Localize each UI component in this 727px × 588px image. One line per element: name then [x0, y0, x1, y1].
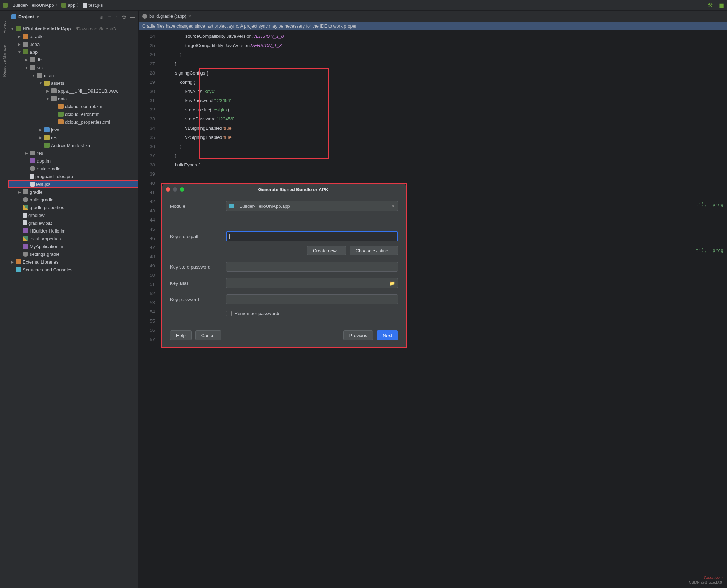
project-icon — [11, 14, 16, 19]
close-window-icon[interactable] — [166, 187, 170, 192]
module-icon — [23, 49, 28, 54]
remember-label: Remember passwords — [234, 311, 280, 316]
project-title[interactable]: Project ▼ — [11, 14, 99, 19]
scratches-icon — [16, 267, 21, 272]
tree-item-apps-www[interactable]: apps.__UNI__D912C1B.www — [8, 87, 138, 95]
folder-icon — [30, 65, 35, 70]
previous-button[interactable]: Previous — [343, 330, 373, 340]
tree-item-test-jks[interactable]: test.jks — [8, 180, 138, 188]
expand-icon[interactable]: ≡ — [108, 14, 111, 20]
watermark: Yuncn.com — [703, 575, 723, 580]
keystore-pw-label: Key store password — [170, 264, 226, 270]
breadcrumb-file[interactable]: test.jks — [83, 2, 103, 8]
key-pw-input[interactable] — [226, 294, 398, 304]
cancel-button[interactable]: Cancel — [195, 330, 221, 340]
tree-item-hbuilder-iml[interactable]: HBuilder-Hello.iml — [8, 227, 138, 235]
tree-item-app[interactable]: app — [8, 48, 138, 56]
key-alias-input[interactable]: 📁 — [226, 278, 398, 288]
library-icon — [16, 259, 21, 264]
tree-item-gradle-dir[interactable]: .gradle — [8, 33, 138, 40]
tree-item-dcloud-error[interactable]: dcloud_error.html — [8, 110, 138, 118]
tree-item-gradlew[interactable]: gradlew — [8, 211, 138, 219]
tree-item-app-iml[interactable]: app.iml — [8, 157, 138, 165]
module-combo[interactable]: HBuilder-HelloUniApp.app ▼ — [226, 201, 398, 211]
sync-banner: Gradle files have changed since last pro… — [139, 22, 727, 30]
tree-item-proguard[interactable]: proguard-rules.pro — [8, 172, 138, 180]
help-button[interactable]: Help — [170, 330, 192, 340]
tree-ext-libs[interactable]: External Libraries — [8, 258, 138, 266]
tree-item-main[interactable]: main — [8, 71, 138, 79]
close-icon[interactable]: × — [188, 13, 191, 19]
tree-item-build-gradle[interactable]: build.gradle — [8, 165, 138, 172]
tab-build-gradle[interactable]: build.gradle (:app) × — [139, 11, 195, 22]
tree-item-settings-gradle[interactable]: settings.gradle — [8, 250, 138, 258]
file-icon — [30, 182, 35, 187]
top-toolbar: HBuilder-HelloUniApp 〉 app 〉 test.jks ⚒ … — [0, 0, 727, 11]
tree-item-gradle2[interactable]: gradle — [8, 188, 138, 196]
header-tools: ⊕ ≡ ÷ ✿ — — [99, 14, 135, 20]
breadcrumb-sep: 〉 — [77, 2, 81, 8]
remember-checkbox[interactable] — [226, 311, 232, 316]
xml-icon — [44, 143, 50, 148]
gradle-icon — [23, 197, 28, 202]
choose-existing-button[interactable]: Choose existing... — [350, 246, 398, 255]
dialog-body: Module HBuilder-HelloUniApp.app ▼ Key st… — [162, 195, 406, 347]
xml-icon — [58, 104, 64, 109]
minimize-window-icon[interactable] — [173, 187, 177, 192]
iml-icon — [23, 228, 28, 233]
tree-item-manifest[interactable]: AndroidManifest.xml — [8, 141, 138, 149]
hide-icon[interactable]: — — [130, 14, 135, 20]
iml-icon — [30, 158, 35, 163]
tree-item-res2[interactable]: res — [8, 149, 138, 157]
keystore-path-input[interactable] — [226, 231, 398, 241]
gradle-icon — [142, 14, 147, 19]
tree-item-idea[interactable]: .idea — [8, 40, 138, 48]
gear-icon[interactable]: ✿ — [122, 14, 126, 20]
tree-item-dcloud-control[interactable]: dcloud_control.xml — [8, 102, 138, 110]
android-icon[interactable]: ▣ — [719, 2, 724, 8]
html-icon — [58, 112, 64, 117]
target-icon[interactable]: ⊕ — [99, 14, 104, 20]
tree-item-gradlew-bat[interactable]: gradlew.bat — [8, 219, 138, 227]
tree-root[interactable]: HBuilder-HelloUniApp~/Downloads/latest/3 — [8, 25, 138, 33]
left-rail: Project Resource Manager — [0, 11, 8, 588]
tree-item-dcloud-props[interactable]: dcloud_properties.xml — [8, 118, 138, 126]
breadcrumb-mid[interactable]: app — [61, 2, 75, 8]
tree-item-assets[interactable]: assets — [8, 79, 138, 87]
tree-scratches[interactable]: Scratches and Consoles — [8, 266, 138, 274]
dialog-title: Generate Signed Bundle or APK — [184, 187, 402, 192]
module-icon — [229, 204, 234, 208]
code-overflow: t'), 'prog — [696, 246, 723, 255]
create-new-button[interactable]: Create new... — [307, 246, 346, 255]
tree-item-build-gradle2[interactable]: build.gradle — [8, 196, 138, 204]
folder-icon — [23, 189, 28, 194]
tree-item-gradle-props[interactable]: gradle.properties — [8, 204, 138, 211]
folder-icon[interactable]: 📁 — [389, 281, 395, 286]
tree-item-libs[interactable]: libs — [8, 56, 138, 64]
xml-icon — [58, 119, 64, 124]
key-alias-label: Key alias — [170, 281, 226, 286]
tree-item-java[interactable]: java — [8, 126, 138, 134]
tab-bar: build.gradle (:app) × — [139, 11, 727, 22]
tree-item-res[interactable]: res — [8, 134, 138, 141]
folder-icon — [44, 135, 50, 140]
tree-item-src[interactable]: src — [8, 64, 138, 71]
file-icon — [83, 3, 87, 8]
rail-project[interactable]: Project — [2, 21, 6, 33]
gradle-icon — [23, 252, 28, 257]
next-button[interactable]: Next — [377, 330, 398, 340]
rail-resource-manager[interactable]: Resource Manager — [2, 44, 6, 77]
tree-item-myapp-iml[interactable]: MyApplication.iml — [8, 242, 138, 250]
properties-icon — [23, 205, 28, 210]
build-icon[interactable]: ⚒ — [708, 2, 713, 8]
tree-item-local-props[interactable]: local.properties — [8, 235, 138, 242]
dialog-footer: Help Cancel Previous Next — [170, 327, 398, 340]
chevron-down-icon: ▼ — [391, 204, 395, 208]
code-highlight-box — [199, 68, 329, 159]
project-panel: Project ▼ ⊕ ≡ ÷ ✿ — HBuilder-HelloUniApp… — [8, 11, 139, 588]
keystore-pw-input[interactable] — [226, 262, 398, 272]
breadcrumb-root[interactable]: HBuilder-HelloUniApp — [3, 2, 54, 8]
maximize-window-icon[interactable] — [180, 187, 184, 192]
collapse-icon[interactable]: ÷ — [115, 14, 118, 20]
tree-item-data[interactable]: data — [8, 95, 138, 102]
